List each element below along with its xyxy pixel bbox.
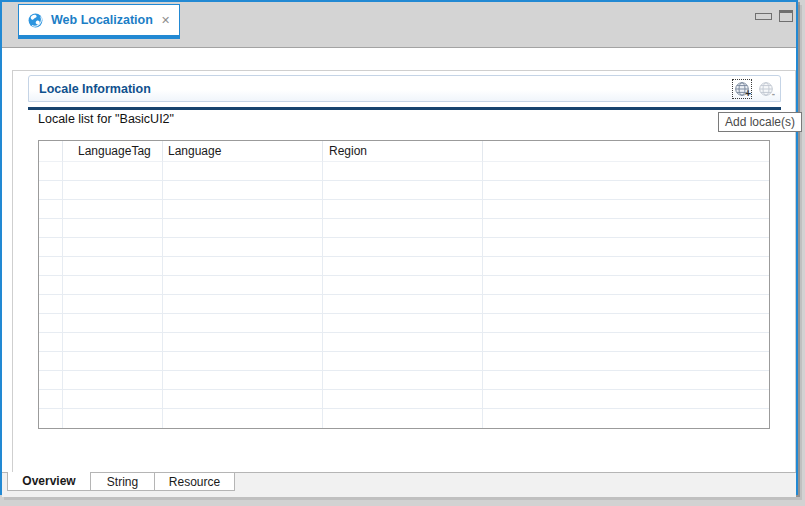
- table-cell[interactable]: [39, 200, 63, 219]
- column-header-languagetag[interactable]: LanguageTag: [63, 141, 163, 162]
- table-cell[interactable]: [323, 238, 483, 257]
- table-cell[interactable]: [483, 371, 769, 390]
- table-cell[interactable]: [39, 390, 63, 409]
- table-cell[interactable]: [483, 295, 769, 314]
- table-cell[interactable]: [483, 257, 769, 276]
- page-tab-overview[interactable]: Overview: [7, 472, 91, 491]
- table-cell[interactable]: [39, 352, 63, 371]
- table-cell[interactable]: [63, 371, 163, 390]
- column-header-rownum[interactable]: [39, 141, 63, 162]
- table-cell[interactable]: [39, 257, 63, 276]
- table-cell[interactable]: [163, 371, 323, 390]
- table-row[interactable]: [39, 276, 769, 295]
- page-tab-string[interactable]: String: [91, 472, 155, 491]
- table-cell[interactable]: [39, 276, 63, 295]
- table-cell[interactable]: [39, 371, 63, 390]
- table-cell[interactable]: [163, 162, 323, 181]
- table-cell[interactable]: [63, 238, 163, 257]
- table-cell[interactable]: [163, 276, 323, 295]
- remove-locale-button[interactable]: -: [756, 79, 776, 99]
- locale-table[interactable]: LanguageTag Language Region: [38, 140, 770, 429]
- table-cell[interactable]: [483, 352, 769, 371]
- table-cell[interactable]: [323, 181, 483, 200]
- table-row[interactable]: [39, 295, 769, 314]
- table-cell[interactable]: [483, 200, 769, 219]
- table-cell[interactable]: [63, 181, 163, 200]
- table-cell[interactable]: [63, 409, 163, 428]
- table-cell[interactable]: [39, 181, 63, 200]
- table-cell[interactable]: [163, 333, 323, 352]
- close-tab-icon[interactable]: ✕: [161, 15, 170, 26]
- table-cell[interactable]: [323, 295, 483, 314]
- table-cell[interactable]: [323, 371, 483, 390]
- minimize-view-icon[interactable]: [755, 13, 772, 20]
- table-cell[interactable]: [483, 238, 769, 257]
- table-cell[interactable]: [323, 257, 483, 276]
- table-cell[interactable]: [323, 390, 483, 409]
- table-row[interactable]: [39, 314, 769, 333]
- maximize-view-icon[interactable]: [779, 10, 793, 22]
- add-locale-button[interactable]: +: [732, 79, 752, 99]
- table-cell[interactable]: [163, 200, 323, 219]
- table-cell[interactable]: [163, 219, 323, 238]
- table-cell[interactable]: [63, 390, 163, 409]
- table-cell[interactable]: [323, 200, 483, 219]
- table-cell[interactable]: [163, 238, 323, 257]
- table-cell[interactable]: [63, 352, 163, 371]
- table-cell[interactable]: [483, 390, 769, 409]
- table-cell[interactable]: [163, 390, 323, 409]
- table-cell[interactable]: [483, 409, 769, 428]
- table-cell[interactable]: [39, 295, 63, 314]
- table-row[interactable]: [39, 333, 769, 352]
- table-cell[interactable]: [163, 352, 323, 371]
- column-header-filler[interactable]: [483, 141, 769, 162]
- editor-tab-web-localization[interactable]: Web Localization ✕: [18, 4, 180, 39]
- table-cell[interactable]: [39, 162, 63, 181]
- table-cell[interactable]: [63, 257, 163, 276]
- table-cell[interactable]: [323, 314, 483, 333]
- table-row[interactable]: [39, 238, 769, 257]
- table-cell[interactable]: [323, 409, 483, 428]
- table-cell[interactable]: [163, 257, 323, 276]
- table-cell[interactable]: [323, 276, 483, 295]
- table-cell[interactable]: [163, 409, 323, 428]
- table-row[interactable]: [39, 409, 769, 428]
- table-cell[interactable]: [63, 314, 163, 333]
- table-cell[interactable]: [63, 295, 163, 314]
- column-header-language[interactable]: Language: [163, 141, 323, 162]
- page-tab-resource[interactable]: Resource: [155, 472, 235, 491]
- table-cell[interactable]: [163, 181, 323, 200]
- table-cell[interactable]: [483, 333, 769, 352]
- table-cell[interactable]: [39, 409, 63, 428]
- table-row[interactable]: [39, 162, 769, 181]
- table-cell[interactable]: [483, 276, 769, 295]
- table-cell[interactable]: [163, 314, 323, 333]
- table-row[interactable]: [39, 371, 769, 390]
- table-cell[interactable]: [483, 162, 769, 181]
- table-cell[interactable]: [483, 219, 769, 238]
- table-cell[interactable]: [483, 181, 769, 200]
- table-cell[interactable]: [483, 314, 769, 333]
- table-row[interactable]: [39, 352, 769, 371]
- table-cell[interactable]: [63, 200, 163, 219]
- table-cell[interactable]: [163, 295, 323, 314]
- table-cell[interactable]: [323, 162, 483, 181]
- table-row[interactable]: [39, 390, 769, 409]
- table-cell[interactable]: [63, 162, 163, 181]
- table-cell[interactable]: [63, 333, 163, 352]
- table-cell[interactable]: [323, 352, 483, 371]
- table-cell[interactable]: [39, 238, 63, 257]
- table-row[interactable]: [39, 200, 769, 219]
- table-cell[interactable]: [39, 333, 63, 352]
- table-cell[interactable]: [323, 333, 483, 352]
- table-row[interactable]: [39, 219, 769, 238]
- table-row[interactable]: [39, 181, 769, 200]
- table-cell[interactable]: [39, 219, 63, 238]
- column-header-region[interactable]: Region: [323, 141, 483, 162]
- table-cell[interactable]: [323, 219, 483, 238]
- table-cell[interactable]: [39, 314, 63, 333]
- table-cell[interactable]: [63, 276, 163, 295]
- table-cell[interactable]: [63, 219, 163, 238]
- section-toolbar: + -: [732, 79, 776, 99]
- table-row[interactable]: [39, 257, 769, 276]
